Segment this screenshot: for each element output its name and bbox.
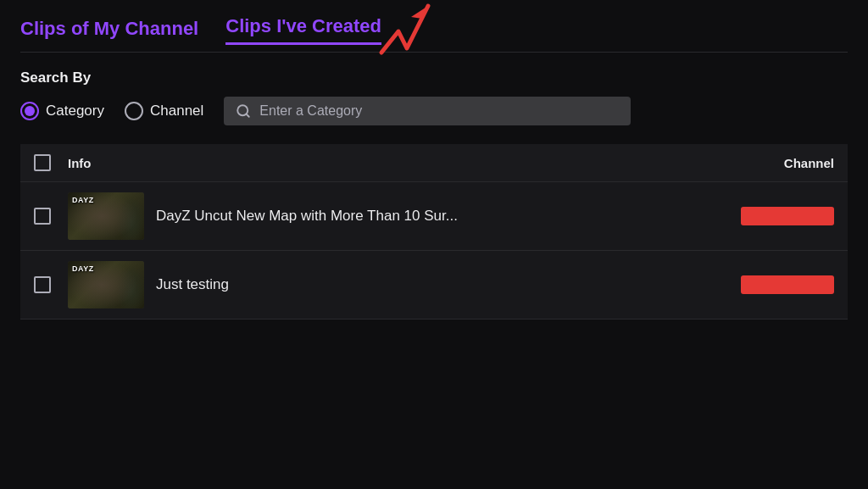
page-wrapper: Clips of My Channel Clips I've Created S… bbox=[0, 0, 868, 335]
row1-thumbnail-img: DAYZ bbox=[68, 192, 144, 240]
select-all-checkbox[interactable] bbox=[34, 154, 51, 171]
radio-category[interactable]: Category bbox=[20, 102, 104, 120]
search-controls: Category Channel bbox=[20, 97, 848, 125]
row1-info-cell: DAYZ DayZ Uncut New Map with More Than 1… bbox=[68, 192, 715, 240]
row2-check-col bbox=[34, 276, 68, 293]
header-info-col: Info bbox=[68, 156, 715, 170]
row2-info-cell: DAYZ Just testing bbox=[68, 261, 715, 308]
search-by-label: Search By bbox=[20, 69, 848, 86]
radio-circle-channel bbox=[125, 102, 143, 120]
header-channel-col: Channel bbox=[715, 156, 834, 170]
tab-created[interactable]: Clips I've Created bbox=[225, 15, 381, 45]
row1-channel-cell bbox=[715, 207, 834, 225]
row1-checkbox[interactable] bbox=[34, 208, 51, 225]
radio-label-channel: Channel bbox=[150, 103, 203, 119]
category-search-input[interactable] bbox=[259, 103, 619, 119]
radio-channel[interactable]: Channel bbox=[125, 102, 203, 120]
tab-my-channel[interactable]: Clips of My Channel bbox=[20, 18, 198, 45]
radio-label-category: Category bbox=[46, 103, 104, 119]
svg-line-2 bbox=[247, 114, 249, 116]
table-row: DAYZ Just testing bbox=[20, 251, 848, 320]
row2-thumbnail-img: DAYZ bbox=[68, 261, 144, 308]
row2-thumbnail-label: DAYZ bbox=[72, 264, 94, 273]
header-check-col bbox=[34, 154, 68, 171]
row1-title: DayZ Uncut New Map with More Than 10 Sur… bbox=[156, 208, 458, 225]
search-input-wrapper bbox=[224, 97, 631, 125]
row1-channel-badge bbox=[741, 207, 834, 225]
row2-channel-cell bbox=[715, 275, 834, 294]
search-icon bbox=[236, 103, 251, 119]
row2-checkbox[interactable] bbox=[34, 276, 51, 293]
row2-channel-badge bbox=[741, 275, 834, 294]
radio-circle-category bbox=[20, 102, 39, 120]
row1-thumbnail: DAYZ bbox=[68, 192, 144, 240]
table-row: DAYZ DayZ Uncut New Map with More Than 1… bbox=[20, 182, 848, 251]
table-header: Info Channel bbox=[20, 144, 848, 182]
row2-thumbnail: DAYZ bbox=[68, 261, 144, 308]
row1-thumbnail-label: DAYZ bbox=[72, 196, 94, 204]
tabs-row: Clips of My Channel Clips I've Created bbox=[20, 15, 848, 53]
row2-title: Just testing bbox=[156, 276, 229, 293]
row1-check-col bbox=[34, 208, 68, 225]
